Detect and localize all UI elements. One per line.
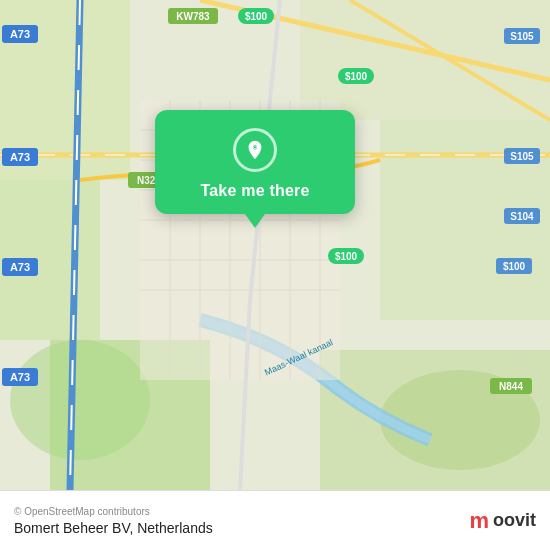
svg-point-54 (254, 146, 256, 148)
svg-text:N844: N844 (499, 381, 523, 392)
svg-text:S105: S105 (510, 31, 534, 42)
map-container: A73 A73 A73 A73 KW783 N324 $100 $100 $10… (0, 0, 550, 490)
bottom-bar: © OpenStreetMap contributors Bomert Behe… (0, 490, 550, 550)
moovit-rest-text: oovit (493, 510, 536, 531)
svg-text:$100: $100 (245, 11, 268, 22)
moovit-m-letter: m (469, 508, 489, 534)
svg-text:A73: A73 (10, 371, 30, 383)
moovit-logo: m oovit (469, 508, 536, 534)
svg-text:$100: $100 (345, 71, 368, 82)
svg-text:S105: S105 (510, 151, 534, 162)
svg-text:$100: $100 (503, 261, 526, 272)
place-name-text: Bomert Beheer BV, Netherlands (14, 520, 213, 536)
take-me-there-label: Take me there (200, 182, 309, 200)
svg-text:KW783: KW783 (176, 11, 210, 22)
svg-text:$100: $100 (335, 251, 358, 262)
svg-text:A73: A73 (10, 261, 30, 273)
svg-text:A73: A73 (10, 28, 30, 40)
svg-text:A73: A73 (10, 151, 30, 163)
location-pin-icon (233, 128, 277, 172)
svg-text:S104: S104 (510, 211, 534, 222)
popup-card[interactable]: Take me there (155, 110, 355, 214)
svg-point-4 (10, 340, 150, 460)
attribution-text: © OpenStreetMap contributors (14, 506, 213, 517)
map-svg: A73 A73 A73 A73 KW783 N324 $100 $100 $10… (0, 0, 550, 490)
